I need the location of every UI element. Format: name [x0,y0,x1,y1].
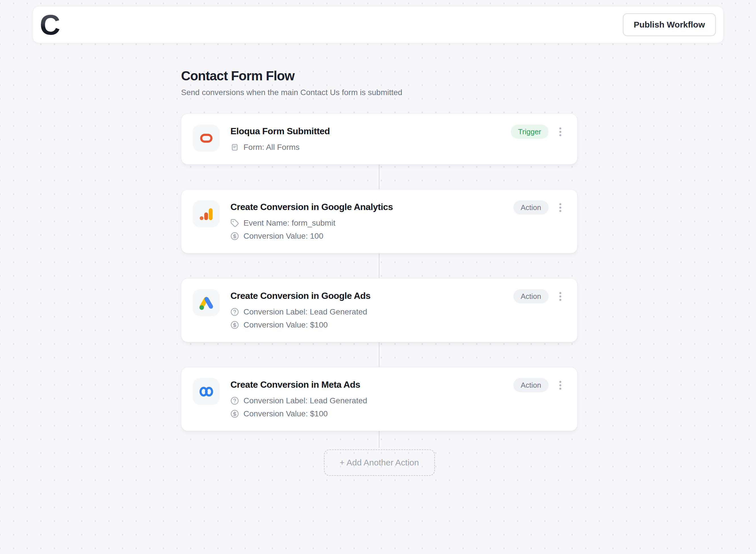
tag-icon [230,219,239,227]
google-analytics-icon [193,200,220,227]
form-icon [230,143,239,152]
kebab-menu-icon[interactable] [557,201,564,214]
page-title: Contact Form Flow [181,67,578,84]
publish-workflow-button[interactable]: Publish Workflow [623,13,716,36]
question-circle-icon [230,308,239,316]
workflow-card-meta-ads[interactable]: Create Conversion in Meta Ads Conversion… [181,367,578,431]
node-title: Create Conversion in Google Analytics [230,201,503,213]
workflow-card-google-analytics[interactable]: Create Conversion in Google Analytics Ev… [181,189,578,254]
dollar-circle-icon [230,321,239,329]
google-ads-icon [193,289,220,316]
node-title: Create Conversion in Meta Ads [230,379,503,391]
node-detail: Event Name: form_submit [243,219,336,228]
action-badge: Action [513,200,548,215]
node-title: Create Conversion in Google Ads [230,290,503,302]
app-logo[interactable]: C [38,10,62,39]
action-badge: Action [513,378,548,392]
add-another-action-button[interactable]: + Add Another Action [324,449,435,476]
kebab-menu-icon[interactable] [557,379,564,392]
node-detail: Conversion Value: $100 [243,320,328,330]
node-detail: Form: All Forms [243,143,300,152]
workflow-card-google-ads[interactable]: Create Conversion in Google Ads Conversi… [181,278,578,342]
kebab-menu-icon[interactable] [557,125,564,138]
meta-icon [193,378,220,405]
trigger-badge: Trigger [511,125,548,139]
page-subtitle: Send conversions when the main Contact U… [181,88,578,98]
eloqua-icon [193,125,220,152]
node-detail: Conversion Label: Lead Generated [243,308,367,317]
dollar-circle-icon [230,232,239,240]
workflow-card-eloqua-trigger[interactable]: Eloqua Form Submitted Form: All Forms Tr… [181,114,578,165]
question-circle-icon [230,396,239,405]
kebab-menu-icon[interactable] [557,290,564,303]
node-title: Eloqua Form Submitted [230,125,500,137]
workflow-canvas: Contact Form Flow Send conversions when … [181,0,578,476]
node-detail: Conversion Label: Lead Generated [243,396,367,405]
top-bar: C Publish Workflow [33,6,724,43]
action-badge: Action [513,289,548,303]
node-detail: Conversion Value: $100 [243,409,328,418]
node-detail: Conversion Value: 100 [243,232,323,241]
dollar-circle-icon [230,409,239,418]
workflow-flow: Eloqua Form Submitted Form: All Forms Tr… [181,114,578,476]
